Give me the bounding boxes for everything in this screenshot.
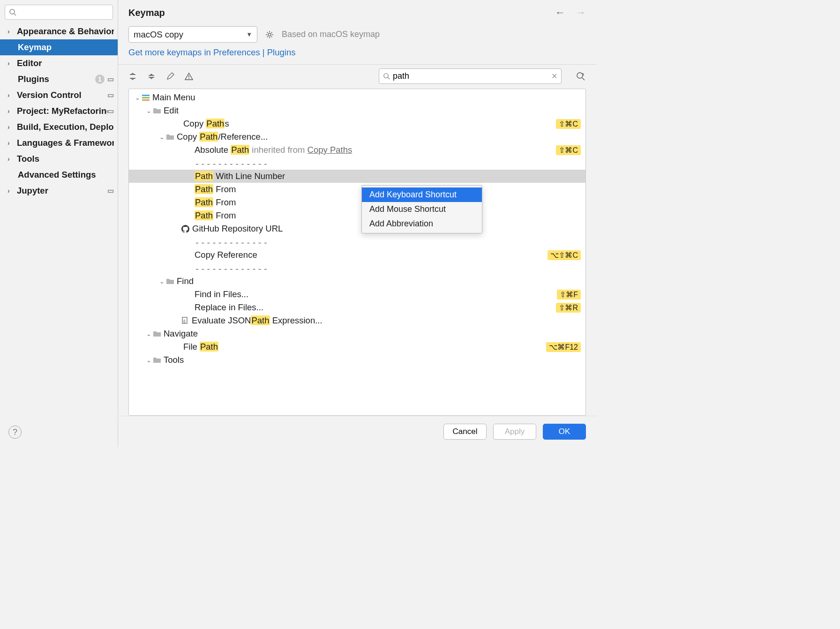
menu-add-keyboard-shortcut[interactable]: Add Keyboard Shortcut: [362, 187, 482, 202]
svg-line-6: [388, 77, 390, 79]
tree-node-main-menu[interactable]: ⌄ Main Menu: [129, 91, 585, 104]
chevron-down-icon[interactable]: ⌄: [145, 330, 152, 337]
settings-sidebar: › Appearance & Behavior Keymap › Editor …: [0, 0, 118, 447]
github-icon: [181, 225, 189, 233]
tree-leaf-file-path[interactable]: File Path ⌥⌘F12: [129, 340, 585, 353]
sidebar-item-languages[interactable]: › Languages & Frameworks: [0, 135, 118, 151]
menu-add-mouse-shortcut[interactable]: Add Mouse Shortcut: [362, 202, 482, 217]
shortcut-badge: ⇧⌘C: [556, 119, 581, 129]
get-more-keymaps-link[interactable]: Get more keymaps in Preferences | Plugin…: [128, 47, 295, 57]
sidebar-item-keymap[interactable]: Keymap: [0, 39, 118, 55]
chevron-right-icon: ›: [8, 91, 14, 99]
tree-leaf-replace-in-files[interactable]: Replace in Files... ⇧⌘R: [129, 301, 585, 314]
chevron-down-icon[interactable]: ⌄: [134, 94, 141, 101]
apply-button: Apply: [493, 424, 536, 440]
main-panel: Keymap ← → macOS copy ▼ Based on macOS k…: [118, 0, 596, 447]
plugins-update-badge: 1: [95, 75, 105, 84]
action-filter-input[interactable]: [393, 71, 548, 81]
sidebar-item-project[interactable]: › Project: MyRefactorings ▭: [0, 103, 118, 119]
expand-all-icon[interactable]: [128, 72, 137, 81]
sidebar-item-jupyter[interactable]: › Jupyter ▭: [0, 183, 118, 199]
collapse-all-icon[interactable]: [147, 72, 156, 81]
gear-icon[interactable]: [265, 30, 274, 39]
tree-node-tools[interactable]: ⌄ Tools: [129, 353, 585, 367]
shortcut-badge: ⇧⌘F: [557, 290, 581, 300]
keymap-tree[interactable]: ⌄ Main Menu ⌄ Edit Copy Paths ⇧⌘C ⌄ Copy…: [129, 89, 585, 368]
sidebar-search-input[interactable]: [19, 7, 109, 17]
tree-leaf-copy-reference[interactable]: Copy Reference ⌥⇧⌘C: [129, 248, 585, 262]
tree-node-copy-path-ref[interactable]: ⌄ Copy Path/Reference...: [129, 130, 585, 143]
separator-icon: ▭: [107, 107, 114, 115]
folder-icon: [153, 330, 161, 337]
sidebar-item-tools[interactable]: › Tools: [0, 151, 118, 167]
separator-icon: ▭: [107, 187, 114, 195]
nav-forward-button: →: [576, 7, 586, 19]
chevron-down-icon[interactable]: ⌄: [145, 107, 152, 114]
svg-point-7: [577, 73, 583, 78]
svg-point-5: [384, 74, 388, 78]
folder-icon: [166, 134, 174, 140]
tree-leaf-copy-paths[interactable]: Copy Paths ⇧⌘C: [129, 117, 585, 130]
svg-text:{}: {}: [183, 319, 186, 323]
based-on-text: Based on macOS keymap: [282, 30, 380, 39]
chevron-down-icon: ▼: [246, 31, 252, 38]
tree-separator: -------------: [129, 262, 585, 275]
cancel-button[interactable]: Cancel: [443, 424, 487, 440]
context-menu: Add Keyboard Shortcut Add Mouse Shortcut…: [361, 185, 482, 233]
sidebar-item-plugins[interactable]: Plugins 1 ▭: [0, 71, 118, 87]
sidebar-item-editor[interactable]: › Editor: [0, 55, 118, 71]
tree-leaf-path-from[interactable]: Path From: [129, 183, 585, 196]
ok-button[interactable]: OK: [543, 424, 586, 440]
chevron-down-icon[interactable]: ⌄: [158, 278, 165, 285]
chevron-right-icon: ›: [8, 28, 14, 35]
search-icon: [9, 8, 16, 16]
sidebar-item-vcs[interactable]: › Version Control ▭: [0, 87, 118, 103]
chevron-right-icon: ›: [8, 155, 14, 163]
nav-back-button[interactable]: ←: [555, 7, 565, 19]
tree-leaf-path-from[interactable]: Path From: [129, 209, 585, 222]
sidebar-item-build[interactable]: › Build, Execution, Deployment: [0, 119, 118, 135]
tree-leaf-path-line-number[interactable]: Path With Line Number: [129, 170, 585, 183]
tree-node-navigate[interactable]: ⌄ Navigate: [129, 327, 585, 340]
sidebar-item-appearance[interactable]: › Appearance & Behavior: [0, 23, 118, 39]
tree-separator: -------------: [129, 157, 585, 170]
folder-icon: [153, 107, 161, 114]
svg-rect-10: [142, 97, 150, 98]
chevron-right-icon: ›: [8, 60, 14, 67]
svg-line-1: [14, 14, 16, 15]
shortcut-badge: ⌥⇧⌘C: [548, 250, 581, 260]
warning-icon[interactable]: [185, 72, 193, 81]
tree-leaf-github-url[interactable]: GitHub Repository URL: [129, 222, 585, 235]
edit-icon[interactable]: [166, 72, 174, 81]
menu-icon: [142, 94, 150, 101]
chevron-right-icon: ›: [8, 107, 14, 115]
clear-filter-icon[interactable]: ✕: [551, 72, 557, 81]
svg-rect-11: [142, 99, 150, 101]
tree-leaf-find-in-files[interactable]: Find in Files... ⇧⌘F: [129, 288, 585, 301]
tree-node-edit[interactable]: ⌄ Edit: [129, 104, 585, 117]
sidebar-search[interactable]: [5, 5, 113, 20]
action-filter[interactable]: ✕: [379, 68, 562, 84]
keymap-dropdown[interactable]: macOS copy ▼: [128, 26, 257, 43]
svg-rect-9: [142, 95, 150, 96]
svg-line-8: [582, 78, 585, 80]
chevron-right-icon: ›: [8, 139, 14, 147]
svg-point-4: [188, 78, 189, 79]
sidebar-item-advanced[interactable]: Advanced Settings: [0, 167, 118, 183]
chevron-down-icon[interactable]: ⌄: [158, 134, 165, 141]
search-icon: [383, 73, 390, 80]
menu-add-abbreviation[interactable]: Add Abbreviation: [362, 217, 482, 231]
help-button[interactable]: ?: [8, 426, 22, 439]
separator-icon: ▭: [107, 75, 114, 83]
tree-node-find[interactable]: ⌄ Find: [129, 275, 585, 288]
chevron-down-icon[interactable]: ⌄: [145, 357, 152, 364]
find-by-shortcut-icon[interactable]: [576, 71, 586, 82]
folder-icon: [166, 278, 174, 285]
chevron-right-icon: ›: [8, 187, 14, 195]
tree-leaf-absolute-path[interactable]: Absolute Path inherited from Copy Paths …: [129, 143, 585, 157]
tree-leaf-json-path[interactable]: {} Evaluate JSONPath Expression...: [129, 314, 585, 327]
tree-leaf-path-from[interactable]: Path From: [129, 196, 585, 209]
shortcut-badge: ⇧⌘R: [556, 303, 581, 313]
folder-icon: [153, 357, 161, 363]
tree-separator: -------------: [129, 235, 585, 248]
